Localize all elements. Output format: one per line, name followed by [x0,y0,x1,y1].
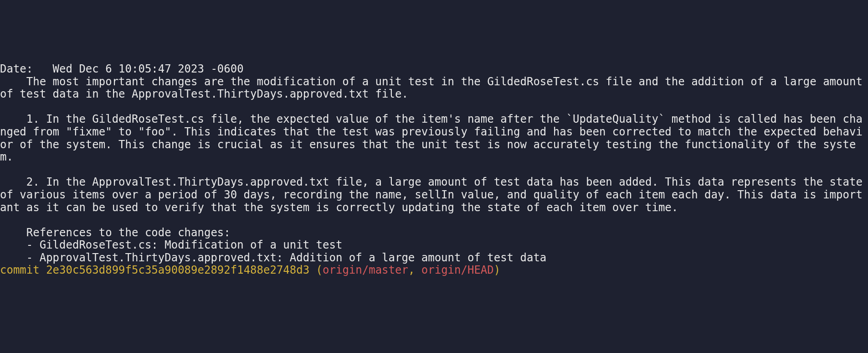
ref-open-paren: ( [309,264,323,276]
ref-close-paren: ) [494,264,500,276]
ref-separator: , [408,264,421,276]
terminal-output: Date: Wed Dec 6 10:05:47 2023 -0600 The … [0,63,868,277]
commit-label: commit [0,264,46,276]
commit-line: commit 2e30c563d899f5c35a90089e2892f1488… [0,264,500,276]
commit-date-line: Date: Wed Dec 6 10:05:47 2023 -0600 [0,62,244,75]
date-value: Wed Dec 6 10:05:47 2023 -0600 [53,62,244,75]
commit-message-body: The most important changes are the modif… [0,75,868,264]
ref-origin-master: origin/master [323,264,408,276]
date-label: Date: [0,62,53,75]
ref-origin-head: origin/HEAD [421,264,494,276]
commit-hash: 2e30c563d899f5c35a90089e2892f1488e2748d3 [46,264,309,276]
